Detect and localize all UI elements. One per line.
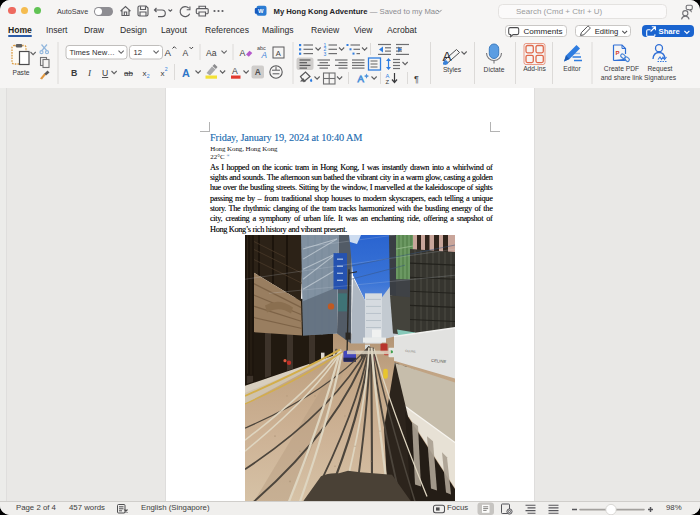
svg-text:U: U	[102, 68, 108, 78]
svg-text:Request: Request	[648, 65, 673, 73]
svg-text:A: A	[240, 48, 246, 58]
svg-text:12: 12	[134, 48, 142, 57]
svg-text:Z: Z	[386, 79, 390, 85]
svg-text:2: 2	[147, 73, 150, 79]
svg-text:A: A	[165, 47, 172, 58]
svg-text:Add-ins: Add-ins	[523, 65, 546, 72]
svg-text:A: A	[276, 49, 282, 58]
svg-text:Styles: Styles	[443, 66, 462, 74]
svg-text:Aa: Aa	[206, 48, 217, 58]
svg-text:A: A	[358, 73, 365, 84]
svg-text:A: A	[255, 67, 261, 77]
svg-text:Times New…: Times New…	[70, 48, 115, 57]
svg-text:Dictate: Dictate	[484, 66, 505, 73]
svg-text:A: A	[182, 67, 190, 79]
svg-text:W: W	[258, 8, 264, 14]
svg-text:ab: ab	[124, 69, 133, 78]
svg-text:2: 2	[165, 66, 168, 72]
svg-text:Editor: Editor	[563, 65, 581, 72]
svg-text:I: I	[87, 68, 92, 78]
svg-text:¶: ¶	[414, 74, 419, 84]
svg-text:A: A	[183, 48, 189, 58]
svg-text:Create PDF: Create PDF	[604, 65, 639, 72]
svg-text:P: P	[616, 50, 620, 56]
svg-text:3: 3	[324, 51, 327, 57]
svg-text:B: B	[71, 68, 77, 78]
svg-text:A: A	[232, 66, 238, 76]
svg-text:Signatures: Signatures	[644, 74, 677, 82]
svg-text:A: A	[261, 51, 268, 60]
svg-text:and share link: and share link	[601, 74, 643, 81]
svg-text:Paste: Paste	[12, 69, 29, 76]
